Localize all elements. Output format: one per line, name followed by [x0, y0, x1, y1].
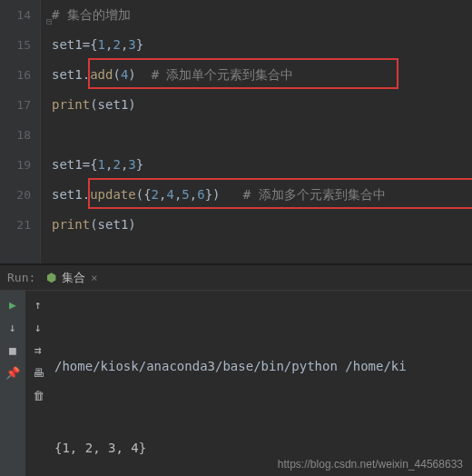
console-output[interactable]: /home/kiosk/anaconda3/base/bin/python /h…: [51, 291, 472, 476]
code-line[interactable]: print(set1): [52, 90, 472, 120]
code-line[interactable]: ⊟# 集合的增加: [52, 0, 472, 30]
code-line[interactable]: set1={1,2,3}: [52, 150, 472, 180]
trash-icon[interactable]: 🗑: [33, 389, 44, 402]
run-label: Run:: [7, 271, 35, 284]
line-number: 14: [0, 0, 31, 30]
debug-icon[interactable]: ↓: [9, 321, 16, 334]
line-number: 18: [0, 120, 31, 150]
line-number: 17: [0, 90, 31, 120]
run-header: Run: ⬢ 集合 ×: [0, 265, 472, 291]
run-panel: Run: ⬢ 集合 × ▶ ↓ ■ 📌 ↑ ↓ ⇉ 🖶 🗑 /home/kios…: [0, 265, 472, 476]
line-number: 20: [0, 180, 31, 210]
run-toolbar-inner: ↑ ↓ ⇉ 🖶 🗑: [25, 291, 51, 476]
code-line[interactable]: [52, 120, 472, 150]
console-line: /home/kiosk/anaconda3/base/bin/python /h…: [54, 352, 468, 380]
run-body: ▶ ↓ ■ 📌 ↑ ↓ ⇉ 🖶 🗑 /home/kiosk/anaconda3/…: [0, 291, 472, 476]
line-number: 19: [0, 150, 31, 180]
play-icon[interactable]: ▶: [9, 298, 16, 312]
line-number: 15: [0, 30, 31, 60]
print-icon[interactable]: 🖶: [33, 366, 44, 380]
down-icon[interactable]: ↓: [34, 321, 42, 334]
python-icon: ⬢: [46, 271, 56, 284]
code-line[interactable]: print(set1): [52, 210, 472, 240]
up-icon[interactable]: ↑: [34, 298, 42, 312]
stop-icon[interactable]: ■: [9, 343, 16, 357]
line-gutter: 14 15 16 17 18 19 20 21: [0, 0, 40, 263]
line-number: 16: [0, 60, 31, 90]
run-toolbar-left: ▶ ↓ ■ 📌: [0, 291, 25, 476]
watermark: https://blog.csdn.net/weixin_44568633: [278, 458, 463, 471]
code-area[interactable]: ⊟# 集合的增加 set1={1,2,3} set1.add(4) # 添加单个…: [40, 0, 472, 263]
run-tab[interactable]: 集合: [62, 270, 85, 286]
code-line[interactable]: set1.add(4) # 添加单个元素到集合中: [52, 60, 472, 90]
close-icon[interactable]: ×: [91, 272, 97, 284]
line-number: 21: [0, 210, 31, 240]
code-line[interactable]: set1={1,2,3}: [52, 30, 472, 60]
code-line[interactable]: set1.update({2,4,5,6}) # 添加多个元素到集合中: [52, 180, 472, 210]
pin-icon[interactable]: 📌: [5, 366, 20, 380]
code-editor[interactable]: 14 15 16 17 18 19 20 21 ⊟# 集合的增加 set1={1…: [0, 0, 472, 263]
wrap-icon[interactable]: ⇉: [34, 343, 42, 357]
